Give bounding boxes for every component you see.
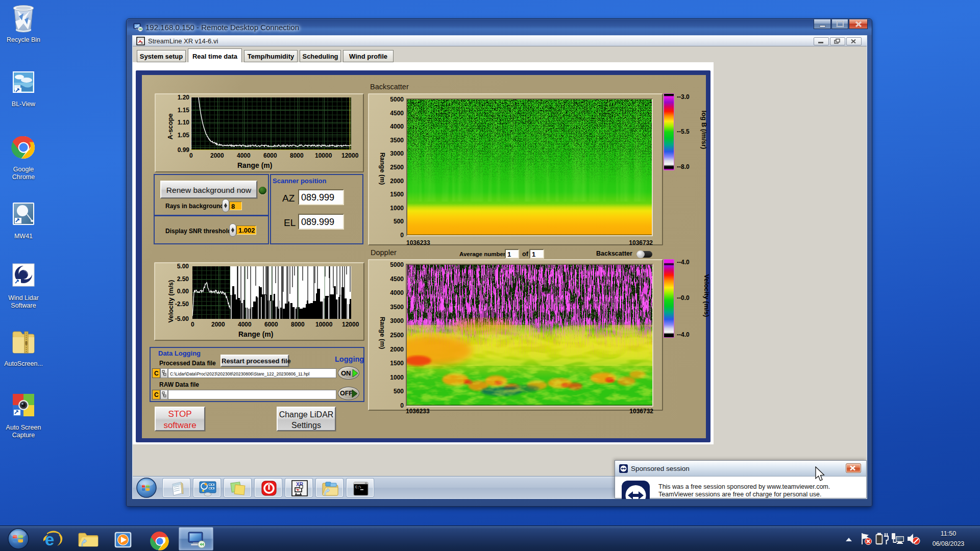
svg-text:C:\: C:\ — [355, 486, 361, 489]
